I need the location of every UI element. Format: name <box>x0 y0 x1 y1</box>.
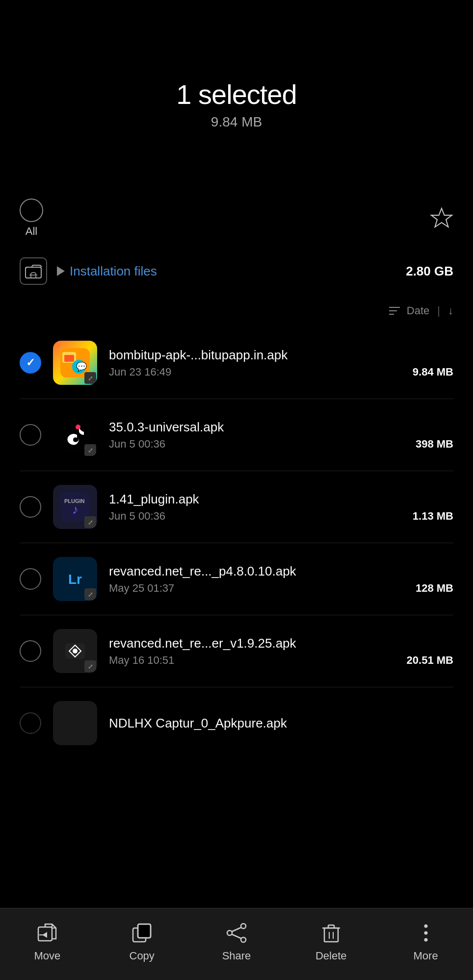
file-date-1: Jun 23 16:49 <box>109 366 171 378</box>
file-info-3: 1.41_plugin.apk Jun 5 00:36 1.13 MB <box>109 492 453 523</box>
expand-overlay: ⤢ <box>84 660 96 672</box>
svg-point-27 <box>241 924 246 929</box>
file-info-partial: NDLHX Captur_0_Apkpure.apk <box>109 716 453 731</box>
file-info-2: 35.0.3-universal.apk Jun 5 00:36 398 MB <box>109 420 453 451</box>
list-item[interactable]: ⤢ 35.0.3-universal.apk Jun 5 00:36 398 M… <box>20 399 453 471</box>
file-checkbox-1[interactable]: ✓ <box>20 352 41 374</box>
file-name-4: revanced.net_re..._p4.8.0.10.apk <box>109 564 453 579</box>
list-item[interactable]: Lr ⤢ revanced.net_re..._p4.8.0.10.apk Ma… <box>20 543 453 615</box>
file-size-1: 9.84 MB <box>413 366 453 378</box>
file-size-2: 398 MB <box>416 438 453 451</box>
file-list: ✓ 💬 ⤢ bombitup-apk-...bitupapp.in.apk Ju… <box>0 327 473 752</box>
app-icon-tiktok: ⤢ <box>53 413 97 457</box>
file-meta-2: Jun 5 00:36 398 MB <box>109 438 453 451</box>
delete-icon <box>318 920 344 946</box>
more-label: More <box>414 950 438 962</box>
svg-rect-8 <box>64 355 74 362</box>
star-icon[interactable] <box>430 206 453 230</box>
file-meta-3: Jun 5 00:36 1.13 MB <box>109 510 453 523</box>
app-icon-plugin: PLUGIN ♪ ⤢ <box>53 485 97 529</box>
copy-label: Copy <box>130 950 155 962</box>
file-name-1: bombitup-apk-...bitupapp.in.apk <box>109 348 453 363</box>
svg-line-31 <box>232 934 241 938</box>
app-icon-bombitup: 💬 ⤢ <box>53 341 97 385</box>
file-meta-1: Jun 23 16:49 9.84 MB <box>109 366 453 378</box>
svg-point-37 <box>424 931 427 935</box>
copy-icon <box>129 920 155 946</box>
svg-text:♪: ♪ <box>72 502 79 517</box>
expand-overlay: ⤢ <box>84 444 96 456</box>
sort-icon <box>388 304 401 317</box>
sort-label[interactable]: Date <box>407 304 429 317</box>
svg-point-21 <box>73 649 78 653</box>
move-nav-item[interactable]: Move <box>18 920 77 962</box>
list-item-partial[interactable]: NDLHX Captur_0_Apkpure.apk <box>20 687 453 752</box>
file-checkbox-5[interactable] <box>20 640 41 662</box>
file-meta-4: May 25 01:37 128 MB <box>109 582 453 595</box>
file-checkbox-2[interactable] <box>20 424 41 446</box>
file-info-4: revanced.net_re..._p4.8.0.10.apk May 25 … <box>109 564 453 595</box>
share-icon <box>224 920 249 946</box>
sort-direction-icon[interactable]: ↓ <box>448 304 453 317</box>
svg-line-30 <box>232 928 241 931</box>
app-icon-partial <box>53 701 97 745</box>
file-date-4: May 25 01:37 <box>109 582 174 595</box>
more-nav-item[interactable]: More <box>396 920 455 962</box>
file-checkbox-4[interactable] <box>20 568 41 590</box>
delete-nav-item[interactable]: Delete <box>302 920 361 962</box>
list-item[interactable]: ✓ 💬 ⤢ bombitup-apk-...bitupapp.in.apk Ju… <box>20 327 453 399</box>
folder-row[interactable]: Installation files 2.80 GB <box>0 248 473 295</box>
svg-text:Lr: Lr <box>68 572 82 587</box>
header-section: 1 selected 9.84 MB <box>0 0 473 179</box>
file-size-3: 1.13 MB <box>413 510 453 523</box>
check-icon: ✓ <box>26 356 35 369</box>
share-label: Share <box>222 950 251 962</box>
svg-point-28 <box>241 937 246 942</box>
svg-text:💬: 💬 <box>76 361 87 372</box>
share-nav-item[interactable]: Share <box>207 920 266 962</box>
expand-overlay: ⤢ <box>84 372 96 384</box>
expand-overlay: ⤢ <box>84 588 96 600</box>
svg-point-12 <box>76 425 80 429</box>
selected-size: 9.84 MB <box>211 114 262 130</box>
copy-nav-item[interactable]: Copy <box>112 920 171 962</box>
select-all-checkbox[interactable] <box>20 199 43 222</box>
list-item[interactable]: ⤢ revanced.net_re...er_v1.9.25.apk May 1… <box>20 615 453 687</box>
folder-nav: Installation files <box>57 264 396 279</box>
file-checkbox-3[interactable] <box>20 496 41 518</box>
delete-label: Delete <box>315 950 347 962</box>
file-date-5: May 16 10:51 <box>109 654 174 667</box>
list-item[interactable]: PLUGIN ♪ ⤢ 1.41_plugin.apk Jun 5 00:36 1… <box>20 471 453 543</box>
file-name-3: 1.41_plugin.apk <box>109 492 453 507</box>
sort-divider: | <box>437 304 440 317</box>
file-checkbox-partial[interactable] <box>20 712 41 734</box>
expand-triangle-icon <box>57 266 65 276</box>
file-name-2: 35.0.3-universal.apk <box>109 420 453 435</box>
svg-point-36 <box>424 925 427 928</box>
folder-total-size: 2.80 GB <box>406 264 453 279</box>
svg-point-29 <box>227 930 232 935</box>
file-date-2: Jun 5 00:36 <box>109 438 165 451</box>
svg-rect-25 <box>138 924 151 938</box>
expand-overlay: ⤢ <box>84 516 96 528</box>
app-icon-revanced: ⤢ <box>53 629 97 673</box>
folder-icon <box>20 257 47 285</box>
select-all-button[interactable]: All <box>20 199 43 238</box>
app-icon-lightroom: Lr ⤢ <box>53 557 97 601</box>
file-date-3: Jun 5 00:36 <box>109 510 165 523</box>
file-name-partial: NDLHX Captur_0_Apkpure.apk <box>109 716 453 731</box>
sort-row[interactable]: Date | ↓ <box>0 300 473 327</box>
folder-name[interactable]: Installation files <box>70 264 157 279</box>
file-info-1: bombitup-apk-...bitupapp.in.apk Jun 23 1… <box>109 348 453 378</box>
file-name-5: revanced.net_re...er_v1.9.25.apk <box>109 636 453 651</box>
move-icon <box>34 920 60 946</box>
more-icon <box>413 920 439 946</box>
svg-point-38 <box>424 938 427 942</box>
file-size-5: 20.51 MB <box>407 654 453 667</box>
selected-count: 1 selected <box>176 78 296 110</box>
toolbar-row: All <box>0 189 473 248</box>
svg-rect-32 <box>324 928 338 942</box>
file-size-4: 128 MB <box>416 582 453 595</box>
svg-marker-0 <box>431 208 452 227</box>
move-label: Move <box>34 950 60 962</box>
